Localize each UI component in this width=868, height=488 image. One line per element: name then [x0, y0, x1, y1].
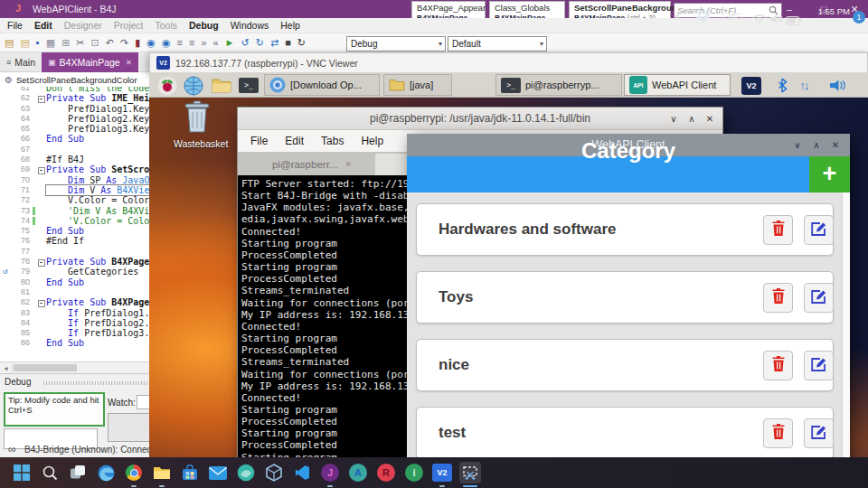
- fold-collapse-icon[interactable]: [38, 259, 45, 267]
- minimize-icon[interactable]: ∨: [665, 108, 683, 130]
- code-line[interactable]: 82Private Sub B4XPage_Re: [0, 297, 149, 307]
- tab-b4xmainpage[interactable]: ▣ B4XMainPage ✕: [42, 52, 138, 72]
- toolbar-icon[interactable]: ≡: [189, 38, 194, 48]
- store-icon[interactable]: [179, 462, 201, 483]
- member-selector[interactable]: ⚙ SetScrollPaneBackgroundColor: [0, 72, 149, 88]
- code-line[interactable]: 61Don't miss the code in t: [0, 87, 149, 93]
- code-line[interactable]: 72 V.Color = Color: [0, 195, 149, 205]
- code-line[interactable]: 64 PrefDialog2.KeyboardH: [0, 114, 149, 124]
- code-line[interactable]: 73 'Dim V As B4XView =: [0, 206, 149, 216]
- code-line[interactable]: 62Private Sub IME_HeightC: [0, 93, 149, 103]
- code-line[interactable]: 80End Sub: [0, 277, 149, 287]
- task-view-icon[interactable]: [67, 462, 89, 483]
- category-card[interactable]: test: [416, 407, 834, 457]
- language-indicator[interactable]: ENG: [722, 12, 742, 22]
- volume-icon[interactable]: [769, 12, 784, 28]
- code-line[interactable]: ↺79 GetCategories: [0, 267, 149, 277]
- category-card[interactable]: Toys: [416, 271, 834, 324]
- menu-file[interactable]: File: [7, 20, 23, 31]
- start-icon[interactable]: [11, 462, 33, 483]
- code-line[interactable]: 84 If PrefDialog2.IsInitializ: [0, 318, 149, 328]
- web-browser-icon[interactable]: [181, 75, 206, 96]
- toolbar-icon[interactable]: ↶: [106, 38, 114, 48]
- toolbar-icon[interactable]: ↺: [241, 38, 249, 48]
- maximize-icon[interactable]: ∧: [683, 108, 701, 130]
- b4j-icon[interactable]: J: [319, 462, 341, 483]
- code-line[interactable]: 65 PrefDialog3.KeyboardH: [0, 124, 149, 134]
- menu-help[interactable]: Help: [280, 20, 300, 31]
- toolbar-icon[interactable]: ■: [285, 38, 291, 48]
- code-line[interactable]: 68#If B4J: [0, 155, 149, 164]
- fold-collapse-icon[interactable]: [38, 300, 45, 307]
- mail-icon[interactable]: [207, 462, 229, 483]
- panel-drag-handle[interactable]: [43, 381, 147, 385]
- delete-category-button[interactable]: [763, 215, 793, 245]
- edit-category-button[interactable]: [804, 418, 834, 448]
- virtualbox-icon[interactable]: [263, 462, 285, 483]
- menu-designer[interactable]: Designer: [64, 20, 102, 31]
- code-line[interactable]: 74 'V.Color = Color: [0, 216, 149, 226]
- network-arrows-icon[interactable]: ↑↓: [790, 75, 817, 96]
- code-line[interactable]: 85 If PrefDialog3.IsInitializ: [0, 328, 149, 338]
- toolbar-icon[interactable]: ⊞: [61, 38, 70, 48]
- pi-task-pi-raspberryp-[interactable]: >_pi@raspberryp...: [495, 74, 622, 96]
- toolbar-icon[interactable]: ↻: [297, 38, 306, 48]
- toolbar-icon[interactable]: ▤: [20, 38, 29, 48]
- b4i-icon[interactable]: i: [403, 462, 425, 483]
- code-line[interactable]: 86End Sub: [0, 338, 149, 348]
- toolbar-icon[interactable]: ↻: [256, 38, 264, 48]
- toolbar-icon[interactable]: ▪: [36, 38, 40, 48]
- terminal-titlebar[interactable]: pi@raspberrypi: /usr/java/jdk-11.0.14.1-…: [238, 108, 722, 130]
- code-line[interactable]: 75End Sub: [0, 226, 149, 236]
- code-line[interactable]: 76#End If: [0, 236, 149, 246]
- toolbar-icon[interactable]: ▦: [46, 38, 55, 48]
- b4a-icon[interactable]: A: [347, 462, 369, 483]
- terminal-menu-tabs[interactable]: Tabs: [321, 135, 344, 147]
- snipping-tool-icon[interactable]: [459, 462, 481, 483]
- tab-main[interactable]: ≡ Main: [0, 52, 42, 72]
- delete-category-button[interactable]: [763, 351, 793, 380]
- file-manager-icon[interactable]: [209, 75, 234, 96]
- search-icon[interactable]: [39, 462, 61, 483]
- toolbar-icon[interactable]: ▤: [5, 38, 14, 48]
- terminal-tab[interactable]: pi@raspberr...✕: [250, 154, 373, 175]
- toolbar-icon[interactable]: ⇄: [270, 38, 278, 48]
- code-line[interactable]: 71 Dim V As B4XView = S: [0, 185, 149, 195]
- vertical-scrollbar[interactable]: [842, 192, 850, 457]
- b4r-icon[interactable]: R: [375, 462, 397, 483]
- code-line[interactable]: 66End Sub: [0, 134, 149, 144]
- menu-project[interactable]: Project: [114, 20, 144, 31]
- vnc-server-icon[interactable]: V2: [738, 75, 765, 96]
- toolbar-icon[interactable]: »: [201, 38, 206, 48]
- toolbar-icon[interactable]: ≡: [177, 38, 183, 48]
- menu-raspberry-icon[interactable]: [155, 75, 180, 96]
- terminal-menu-edit[interactable]: Edit: [285, 135, 304, 147]
- volume-icon[interactable]: [825, 75, 852, 96]
- code-line[interactable]: 63 PrefDialog1.KeyboardH: [0, 104, 149, 114]
- toolbar-icon[interactable]: ↷: [120, 38, 128, 48]
- file-explorer-icon[interactable]: [151, 462, 173, 483]
- delete-category-button[interactable]: [763, 283, 793, 313]
- toolbar-icon[interactable]: ▮: [135, 38, 140, 48]
- code-line[interactable]: 81: [0, 287, 149, 297]
- category-card[interactable]: Hardwares and software: [416, 203, 834, 256]
- category-card[interactable]: nice: [416, 339, 834, 391]
- menu-edit[interactable]: Edit: [34, 20, 52, 31]
- close-icon[interactable]: ✕: [344, 160, 352, 169]
- code-line[interactable]: 69Private Sub SetScrollPar: [0, 164, 149, 174]
- chrome-icon[interactable]: [123, 462, 145, 483]
- terminal-icon[interactable]: >_: [236, 75, 261, 96]
- menu-tools[interactable]: Tools: [155, 20, 177, 31]
- terminal-menu-file[interactable]: File: [250, 135, 268, 147]
- pi-task--java-[interactable]: [java]: [383, 74, 452, 96]
- code-line[interactable]: 67: [0, 145, 149, 155]
- fold-collapse-icon[interactable]: [38, 96, 45, 103]
- code-line[interactable]: 78Private Sub B4XPage_Ap: [0, 257, 149, 267]
- scrollbar-thumb[interactable]: [14, 364, 77, 371]
- horizontal-scrollbar[interactable]: ◂: [0, 361, 149, 373]
- edit-category-button[interactable]: [804, 215, 834, 245]
- code-line[interactable]: 70 Dim SP As JavaObject: [0, 175, 149, 185]
- battery-icon[interactable]: [786, 13, 802, 29]
- build-config-select[interactable]: Debug▾: [346, 36, 446, 52]
- vscode-icon[interactable]: [291, 462, 313, 483]
